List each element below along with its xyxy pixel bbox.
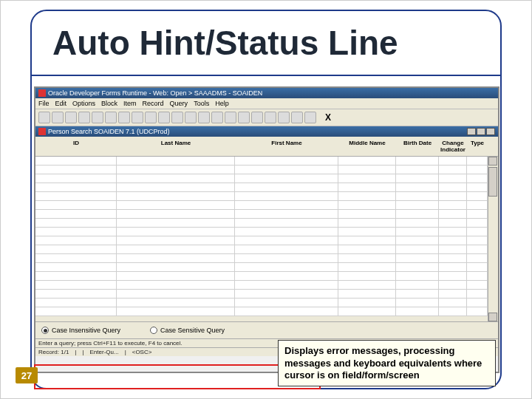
cell[interactable] [338, 290, 396, 298]
menu-options[interactable]: Options [72, 100, 95, 107]
cell[interactable] [338, 254, 396, 262]
cell[interactable] [235, 183, 338, 191]
cell[interactable] [396, 219, 439, 227]
cell[interactable] [439, 201, 467, 209]
cell[interactable] [439, 245, 467, 253]
cell[interactable] [35, 254, 117, 262]
cell[interactable] [117, 307, 235, 316]
table-row[interactable] [35, 192, 488, 201]
cell[interactable] [396, 174, 439, 183]
table-row[interactable] [35, 236, 488, 245]
cell[interactable] [396, 236, 439, 245]
cell[interactable] [235, 272, 338, 280]
cell[interactable] [35, 157, 117, 165]
cell[interactable] [35, 219, 117, 227]
cell[interactable] [235, 245, 338, 253]
table-row[interactable] [35, 299, 488, 307]
cell[interactable] [235, 290, 338, 298]
cell[interactable] [396, 263, 439, 271]
cell[interactable] [439, 290, 467, 298]
cell[interactable] [439, 307, 467, 316]
table-row[interactable] [35, 183, 488, 192]
scroll-up-icon[interactable] [488, 157, 497, 166]
cell[interactable] [396, 272, 439, 280]
cell[interactable] [467, 192, 488, 200]
cell[interactable] [396, 281, 439, 289]
cell[interactable] [467, 245, 488, 253]
cell[interactable] [338, 263, 396, 271]
toolbar-button-icon[interactable] [291, 112, 303, 123]
cell[interactable] [35, 272, 117, 280]
scroll-down-icon[interactable] [488, 313, 497, 321]
cell[interactable] [117, 228, 235, 236]
radio-case-sensitive[interactable]: Case Sensitive Query [150, 327, 225, 334]
table-row[interactable] [35, 219, 488, 228]
table-row[interactable] [35, 157, 488, 166]
cell[interactable] [235, 192, 338, 200]
cell[interactable] [338, 174, 396, 183]
cell[interactable] [117, 183, 235, 191]
cell[interactable] [117, 201, 235, 209]
toolbar-close-x[interactable]: X [325, 112, 331, 123]
table-row[interactable] [35, 174, 488, 183]
cell[interactable] [338, 183, 396, 191]
cell[interactable] [117, 166, 235, 174]
cell[interactable] [396, 290, 439, 298]
cell[interactable] [235, 236, 338, 245]
toolbar-button-icon[interactable] [105, 112, 117, 123]
cell[interactable] [338, 210, 396, 218]
cell[interactable] [467, 281, 488, 289]
cell[interactable] [235, 299, 338, 307]
cell[interactable] [35, 290, 117, 298]
cell[interactable] [439, 183, 467, 191]
cell[interactable] [235, 157, 338, 165]
cell[interactable] [235, 166, 338, 174]
cell[interactable] [467, 307, 488, 316]
cell[interactable] [467, 236, 488, 245]
cell[interactable] [467, 166, 488, 174]
menu-block[interactable]: Block [101, 100, 117, 107]
cell[interactable] [439, 254, 467, 262]
cell[interactable] [396, 299, 439, 307]
menu-query[interactable]: Query [170, 100, 188, 107]
menu-record[interactable]: Record [143, 100, 164, 107]
cell[interactable] [439, 166, 467, 174]
cell[interactable] [338, 192, 396, 200]
cell[interactable] [117, 263, 235, 271]
table-row[interactable] [35, 166, 488, 174]
cell[interactable] [467, 219, 488, 227]
cell[interactable] [396, 192, 439, 200]
cell[interactable] [117, 192, 235, 200]
cell[interactable] [439, 272, 467, 280]
toolbar-button-icon[interactable] [171, 112, 183, 123]
table-row[interactable] [35, 210, 488, 219]
cell[interactable] [35, 281, 117, 289]
table-row[interactable] [35, 201, 488, 210]
cell[interactable] [35, 192, 117, 200]
close-icon[interactable] [486, 128, 495, 135]
cell[interactable] [467, 290, 488, 298]
toolbar-button-icon[interactable] [158, 112, 170, 123]
toolbar-button-icon[interactable] [225, 112, 236, 123]
table-row[interactable] [35, 263, 488, 272]
cell[interactable] [235, 307, 338, 316]
table-row[interactable] [35, 254, 488, 263]
cell[interactable] [35, 245, 117, 253]
minimize-icon[interactable] [467, 128, 476, 135]
cell[interactable] [439, 192, 467, 200]
cell[interactable] [467, 174, 488, 183]
cell[interactable] [467, 201, 488, 209]
toolbar-button-icon[interactable] [52, 112, 64, 123]
menu-file[interactable]: File [38, 100, 50, 107]
cell[interactable] [439, 157, 467, 165]
cell[interactable] [338, 201, 396, 209]
toolbar-button-icon[interactable] [265, 112, 276, 123]
cell[interactable] [35, 263, 117, 271]
cell[interactable] [338, 307, 396, 316]
cell[interactable] [117, 219, 235, 227]
cell[interactable] [439, 174, 467, 183]
cell[interactable] [439, 236, 467, 245]
cell[interactable] [439, 219, 467, 227]
cell[interactable] [467, 299, 488, 307]
cell[interactable] [117, 272, 235, 280]
